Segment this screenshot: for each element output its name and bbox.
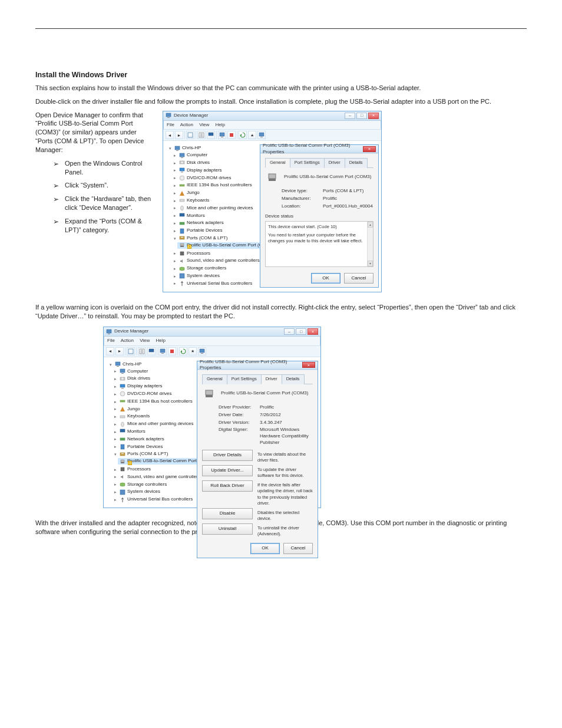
menu-help[interactable]: Help [156, 338, 166, 343]
menu-help[interactable]: Help [216, 122, 225, 127]
window-maximize-button[interactable]: □ [356, 113, 367, 119]
toolbar-uninstall-button[interactable] [168, 347, 176, 355]
tree-item-label[interactable]: Universal Serial Bus controllers [127, 496, 193, 503]
tree-item-label[interactable]: Mice and other pointing devices [187, 205, 253, 212]
tree-item-label[interactable]: Keyboards [127, 413, 150, 420]
menu-view[interactable]: View [140, 338, 150, 343]
ok-button[interactable]: OK [311, 273, 340, 284]
menu-file[interactable]: File [107, 338, 115, 343]
tree-item-label[interactable]: Monitors [127, 429, 146, 435]
toolbar-forward-button[interactable]: ► [115, 347, 124, 355]
toolbar-up-button[interactable] [127, 347, 135, 355]
toolbar-scan-button[interactable] [218, 131, 226, 139]
tree-item-label[interactable]: Processors [127, 466, 151, 473]
tree-item-label[interactable]: DVD/CD-ROM drives [127, 391, 172, 397]
toolbar-refresh-button[interactable] [179, 347, 187, 355]
toolbar-properties-button[interactable] [197, 131, 206, 139]
toolbar-properties-button[interactable] [138, 347, 146, 355]
tab-port-settings[interactable]: Port Settings [290, 158, 325, 168]
uninstall-button[interactable]: Uninstall [202, 523, 253, 535]
toolbar-back-button[interactable]: ◄ [166, 131, 174, 139]
dialog-close-button[interactable]: × [363, 146, 376, 152]
tree-item-label[interactable]: Sound, video and game controllers [127, 474, 200, 480]
tree-item-label[interactable]: Network adapters [187, 220, 224, 226]
ok-button[interactable]: OK [250, 543, 280, 554]
tree-item-label[interactable]: Computer [187, 152, 207, 159]
tree-item-label[interactable]: Mice and other pointing devices [127, 421, 194, 427]
driver-details-button[interactable]: Driver Details [202, 450, 253, 461]
tree-item-label[interactable]: Network adapters [127, 436, 164, 443]
tab-driver[interactable]: Driver [324, 158, 345, 168]
tree-item-label[interactable]: Storage controllers [127, 482, 167, 488]
tree-item-label[interactable]: System devices [127, 489, 160, 495]
device-tree[interactable]: ▾Chris-HP ▸Computer▸Disk drives▸Display … [107, 361, 207, 504]
tree-item-label[interactable]: IEEE 1394 Bus host controllers [127, 398, 193, 405]
toolbar-back-button[interactable]: ◄ [106, 347, 114, 355]
tab-port-settings[interactable]: Port Settings [227, 374, 262, 384]
toolbar-refresh-button[interactable] [239, 131, 247, 139]
status-line: This device cannot start. (Code 10) [268, 224, 371, 230]
tree-item-label[interactable]: System devices [187, 273, 220, 279]
tree-item-label[interactable]: Portable Devices [127, 444, 163, 450]
tab-details[interactable]: Details [345, 158, 368, 168]
toolbar-forward-button[interactable]: ► [175, 131, 183, 139]
scroll-down-icon[interactable]: ▾ [368, 261, 373, 266]
tree-item-label[interactable]: Ports (COM & LPT) [127, 451, 168, 457]
toolbar-monitor-button[interactable] [147, 347, 156, 355]
toolbar-scan2-button[interactable] [257, 131, 266, 139]
tree-item-label[interactable]: Keyboards [187, 197, 209, 204]
tab-general[interactable]: General [202, 374, 227, 384]
tree-item-label[interactable]: IEEE 1394 Bus host controllers [187, 182, 252, 189]
toolbar-separator [216, 131, 217, 139]
scroll-up-icon[interactable]: ▴ [368, 222, 373, 228]
tree-root[interactable]: Chris-HP [182, 145, 201, 151]
menu-view[interactable]: View [199, 122, 209, 127]
tree-item-label[interactable]: Monitors [187, 213, 205, 219]
update-driver-button[interactable]: Update Driver... [202, 465, 253, 476]
window-minimize-button[interactable]: – [284, 328, 295, 335]
window-maximize-button[interactable]: □ [296, 328, 306, 335]
tree-item-label[interactable]: DVD/CD-ROM drives [187, 175, 232, 182]
window-close-button[interactable]: × [368, 113, 379, 119]
tree-item-label[interactable]: Universal Serial Bus controllers [187, 281, 252, 287]
driver-date-value: 7/26/2012 [260, 412, 313, 419]
dialog-close-button[interactable]: × [302, 362, 315, 368]
window-close-button[interactable]: × [308, 328, 318, 335]
tree-item-label[interactable]: Display adapters [127, 383, 163, 390]
menu-action[interactable]: Action [180, 122, 193, 127]
tab-driver[interactable]: Driver [261, 374, 282, 384]
window-minimize-button[interactable]: – [345, 113, 355, 119]
tree-item-label[interactable]: Jungo [187, 190, 200, 196]
tree-item-label[interactable]: Disk drives [127, 375, 150, 382]
tree-item-label[interactable]: Storage controllers [187, 265, 226, 272]
rollback-driver-button[interactable]: Roll Back Driver [202, 480, 253, 492]
menu-action[interactable]: Action [121, 338, 134, 343]
disable-button[interactable]: Disable [202, 508, 253, 519]
tree-item-label[interactable]: Display adapters [187, 167, 222, 174]
cancel-button[interactable]: Cancel [344, 273, 373, 284]
toolbar-scan-button[interactable] [158, 347, 167, 355]
tree-item-label[interactable]: Disk drives [187, 160, 210, 166]
device-icon [203, 388, 216, 398]
body-para: Open Device Manager to confirm that “Pro… [35, 111, 153, 154]
toolbar-uninstall-button[interactable] [227, 131, 236, 139]
tree-item-label[interactable]: Computer [127, 368, 148, 375]
toolbar-star-button[interactable]: ★ [189, 347, 197, 355]
toolbar-monitor-button[interactable] [207, 131, 215, 139]
tree-item-label[interactable]: Portable Devices [187, 228, 222, 234]
cancel-button[interactable]: Cancel [283, 543, 313, 554]
tree-item-label[interactable]: Ports (COM & LPT) [187, 235, 227, 242]
menu-file[interactable]: File [167, 122, 174, 127]
scrollbar[interactable]: ▴ ▾ [367, 222, 373, 266]
toolbar-star-button[interactable]: ★ [248, 131, 256, 139]
tab-general[interactable]: General [265, 158, 290, 168]
tree-root[interactable]: Chris-HP [123, 361, 141, 368]
device-tree[interactable]: ▾Chris-HP ▸Computer▸Disk drives▸Display … [167, 144, 262, 288]
tree-item-label[interactable]: Jungo [127, 406, 140, 413]
tab-details[interactable]: Details [282, 374, 305, 384]
section-divider [35, 28, 527, 29]
tree-item-label[interactable]: Processors [187, 251, 210, 257]
tree-item-label[interactable]: Sound, video and game controllers [187, 258, 260, 264]
toolbar-up-button[interactable] [186, 131, 194, 139]
toolbar-scan2-button[interactable] [198, 347, 206, 355]
